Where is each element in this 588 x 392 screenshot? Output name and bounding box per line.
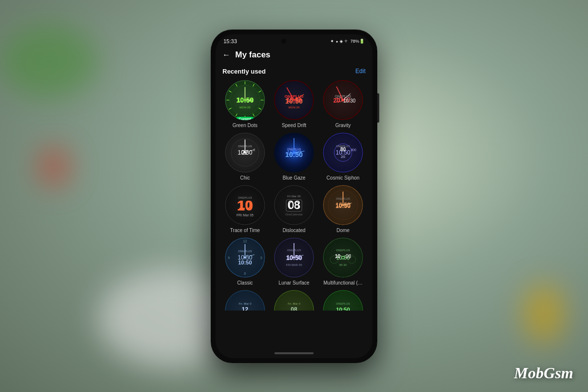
watch-face-inner-lunar: ONEPLUS 10:50 FRI MAR 05 [274,237,314,278]
svg-text:MON 05: MON 05 [240,106,251,109]
svg-point-85 [293,257,295,259]
watch-name-classic: Classic [237,280,253,286]
watch-face-trace-of-time: ONEPLUS 10 FRI Mar 05 [225,185,265,225]
battery-icon: 78%🔋 [350,39,365,44]
section-title: Recently used [222,68,266,75]
svg-point-92 [330,256,338,263]
watch-face-inner-cosmic: ONEPLUS 80 20 300 [323,132,363,173]
watch-item-trace-of-time[interactable]: ONEPLUS 10 FRI Mar 05 Trace of Time [222,185,268,234]
watch-face-inner-dome: ONEPLUS 10:50 [323,185,363,225]
svg-text:3: 3 [260,256,262,260]
svg-text:6: 6 [244,272,246,275]
watch-item-chic[interactable]: ONEPLUS 22 2 Chic [222,132,268,181]
section-header: Recently used Edit [222,68,366,75]
svg-text:08: 08 [345,254,351,259]
watch-item-dome[interactable]: ONEPLUS 10:50 Dome [320,185,366,234]
watch-face-inner-gravity: ONEPLUS 20 10:30 [323,80,363,120]
svg-text:ONEPLUS: ONEPLUS [336,302,350,305]
watch-item-blue-gaze[interactable]: ONEPLUS 10:50 Blue Gaze [271,132,317,181]
svg-text:Fri. Mar 0: Fri. Mar 0 [288,302,300,305]
watch-face-inner-green-dots: 10:50 MON 05 [225,80,265,120]
svg-point-90 [342,256,344,259]
watch-name-chic: Chic [240,175,250,181]
phone-wrapper: 15:33 ✦ ⬥ ◈ ᯤ 78%🔋 ← My faces [211,29,377,363]
watch-item-cosmic-siphon[interactable]: ONEPLUS 80 20 300 Cosmic Siphon [320,132,366,181]
svg-line-12 [229,108,231,109]
svg-text:08: 08 [291,306,297,311]
svg-text:08: 08 [289,200,299,210]
svg-text:Fri. Mar 0: Fri. Mar 0 [239,302,251,305]
svg-text:Fri Mar 06: Fri Mar 06 [287,195,301,198]
svg-text:12: 12 [243,239,247,243]
content-area[interactable]: Recently used Edit 10:50 [216,64,372,348]
watch-face-inner-chic: ONEPLUS 22 2 [225,132,265,173]
watch-item-dislocated[interactable]: Fri Mar 06 08 OneCalendar Dislocated [271,185,317,234]
watch-name-blue-gaze: Blue Gaze [283,175,306,181]
watch-item-gravity[interactable]: ONEPLUS 20 10:30 Gravity [320,80,366,129]
page-title: My faces [235,50,270,60]
bottom-spacer [222,311,366,318]
watch-item-classic[interactable]: ONEPLUS 10:50 12 3 9 6 [222,237,268,286]
watch-face-dome: ONEPLUS 10:50 [323,185,363,225]
watch-face-inner-classic: ONEPLUS 10:50 12 3 9 6 [225,237,265,278]
watch-face-lunar-surface: ONEPLUS 10:50 FRI MAR 05 [274,237,314,278]
svg-text:ONEPLUS: ONEPLUS [336,249,350,252]
watch-item-lunar-surface[interactable]: ONEPLUS 10:50 FRI MAR 05 Lunar Surface [271,237,317,286]
svg-point-40 [244,152,246,154]
watch-face-chic: ONEPLUS 22 2 [225,132,265,173]
svg-text:10: 10 [335,254,341,259]
phone-screen: 15:33 ✦ ⬥ ◈ ᯤ 78%🔋 ← My faces [216,34,372,358]
bg-patch-red [39,147,69,186]
watch-item-green-dots[interactable]: 10:50 MON 05 [222,80,268,129]
current-badge: Current [236,117,253,120]
svg-text:20: 20 [333,97,340,104]
svg-point-18 [244,99,246,101]
svg-line-5 [253,84,254,86]
edit-button[interactable]: Edit [355,68,366,75]
status-time: 15:33 [223,38,237,44]
wifi-icon: ◈ [340,39,343,44]
watch-face-classic: ONEPLUS 10:50 12 3 9 6 [225,237,265,278]
watch-name-dome: Dome [337,228,350,234]
nfc-icon: ⬥ [336,39,338,44]
svg-text:OneCalendar: OneCalendar [285,213,303,216]
watch-item-partial-3[interactable]: ONEPLUS 10:50 [320,290,366,311]
watch-item-multifunctional[interactable]: ONEPLUS 10 08 80 30 [320,237,366,286]
watch-name-cosmic-siphon: Cosmic Siphon [326,175,359,181]
svg-text:12: 12 [242,306,248,311]
watch-face-speed-drift: ONEPLUS 10:50 MON 04 [274,80,314,120]
watch-face-inner-trace: ONEPLUS 10 FRI Mar 05 [225,185,265,225]
watch-name-gravity: Gravity [335,123,351,129]
svg-line-72 [245,255,254,258]
watch-face-dislocated: Fri Mar 06 08 OneCalendar [274,185,314,225]
svg-text:20: 20 [341,155,345,159]
watch-face-cosmic-siphon: ONEPLUS 80 20 300 [323,132,363,173]
svg-text:10:30: 10:30 [343,98,355,104]
svg-text:10:50: 10:50 [238,260,252,265]
app-bar: ← My faces [216,46,372,64]
svg-point-32 [342,99,344,101]
watch-face-inner-dislocated: Fri Mar 06 08 OneCalendar [274,185,314,225]
signal-icon: ᯤ [344,39,349,44]
svg-point-46 [293,152,295,154]
svg-point-93 [348,256,356,263]
watch-face-green-dots: 10:50 MON 05 [225,80,265,120]
watch-face-multifunctional: ONEPLUS 10 08 80 30 [323,237,363,278]
watch-item-speed-drift[interactable]: ONEPLUS 10:50 MON 04 Speed Drif [271,80,317,129]
svg-text:10:50: 10:50 [336,307,350,311]
watch-item-partial-2[interactable]: Fri. Mar 0 08 [271,290,317,311]
nav-bar [216,348,372,358]
svg-text:FRI MAR 05: FRI MAR 05 [286,263,302,266]
back-button[interactable]: ← [222,51,230,59]
watch-face-inner-multi: ONEPLUS 10 08 80 30 [323,237,363,278]
svg-point-25 [293,99,295,101]
svg-point-74 [244,257,246,259]
svg-point-47 [323,133,363,172]
svg-line-15 [236,84,237,86]
watch-name-multifunctional: Multifunctional (… [323,280,363,286]
status-icons: ✦ ⬥ ◈ ᯤ 78%🔋 [330,39,365,44]
svg-line-9 [253,113,254,116]
watch-face-gravity: ONEPLUS 20 10:30 [323,80,363,120]
watch-item-partial-1[interactable]: Fri. Mar 0 12 [222,290,268,311]
watch-name-speed-drift: Speed Drift [282,123,306,129]
